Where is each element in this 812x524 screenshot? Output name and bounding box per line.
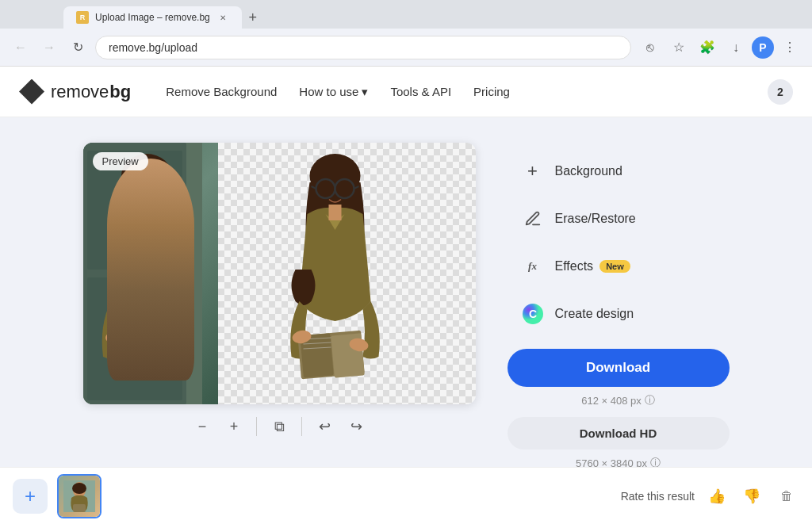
rate-section: Rate this result 👍 👎 🗑 bbox=[621, 484, 799, 509]
svg-text:C: C bbox=[528, 308, 536, 320]
sidebar-item-create-design[interactable]: C Create design bbox=[508, 292, 730, 336]
site-nav: Remove Background How to use ▾ Tools & A… bbox=[156, 78, 742, 105]
delete-button[interactable]: 🗑 bbox=[774, 484, 799, 509]
svg-rect-11 bbox=[109, 331, 175, 380]
tab-title: Upload Image – remove.bg bbox=[95, 12, 210, 23]
editor-toolbar: − + ⧉ ↩ ↪ bbox=[190, 414, 369, 439]
nav-how-to-use[interactable]: How to use ▾ bbox=[289, 78, 377, 105]
download-button[interactable]: Download bbox=[508, 349, 730, 387]
tab-favicon: R bbox=[76, 11, 89, 24]
tab-close-button[interactable]: ✕ bbox=[216, 11, 229, 24]
image-original bbox=[83, 143, 218, 404]
svg-rect-32 bbox=[328, 205, 341, 220]
new-badge: New bbox=[599, 260, 630, 273]
editor-container: Preview bbox=[83, 143, 476, 439]
address-input[interactable] bbox=[95, 36, 631, 59]
image-transparent bbox=[218, 143, 476, 404]
svg-rect-38 bbox=[73, 504, 86, 512]
svg-point-15 bbox=[159, 337, 180, 353]
background-add-icon: + bbox=[520, 159, 546, 184]
logo[interactable]: remove bg bbox=[19, 79, 131, 105]
chevron-down-icon: ▾ bbox=[362, 85, 368, 99]
redo-button[interactable]: ↪ bbox=[343, 414, 369, 439]
sidebar-item-effects[interactable]: fx Effects New bbox=[508, 244, 730, 289]
zoom-in-button[interactable]: + bbox=[221, 414, 247, 439]
back-button[interactable]: ← bbox=[10, 36, 32, 59]
svg-point-37 bbox=[72, 483, 86, 494]
sidebar-label-erase-restore: Erase/Restore bbox=[555, 212, 636, 226]
new-tab-button[interactable]: + bbox=[242, 6, 264, 29]
forward-button[interactable]: → bbox=[38, 36, 60, 59]
original-image-svg bbox=[83, 143, 218, 404]
logo-text: remove bg bbox=[51, 82, 131, 102]
sidebar: + Background Erase/Restore fx Effects bbox=[508, 143, 730, 470]
removed-bg-svg bbox=[218, 143, 476, 404]
sidebar-item-background[interactable]: + Background bbox=[508, 149, 730, 193]
site-header: remove bg Remove Background How to use ▾… bbox=[0, 67, 812, 117]
svg-point-6 bbox=[128, 179, 147, 198]
logo-bg: bg bbox=[109, 82, 131, 102]
logo-icon bbox=[19, 79, 44, 105]
address-bar: ← → ↻ ⎋ ☆ 🧩 ↓ P ⋮ bbox=[0, 29, 812, 67]
svg-line-10 bbox=[166, 186, 170, 189]
compare-controls: ⧉ bbox=[266, 414, 292, 439]
page-content: remove bg Remove Background How to use ▾… bbox=[0, 67, 812, 524]
download-info: 612 × 408 px ⓘ bbox=[508, 393, 730, 407]
sidebar-label-background: Background bbox=[555, 164, 622, 178]
nav-remove-background[interactable]: Remove Background bbox=[156, 78, 286, 105]
nav-counter: 2 bbox=[768, 79, 793, 105]
thumbs-down-button[interactable]: 👎 bbox=[739, 484, 764, 509]
svg-point-14 bbox=[104, 329, 124, 345]
menu-icon[interactable]: ⋮ bbox=[777, 35, 802, 60]
effects-icon: fx bbox=[520, 254, 546, 279]
sidebar-label-effects: Effects New bbox=[555, 259, 630, 273]
erase-restore-icon bbox=[520, 206, 546, 231]
extensions-icon[interactable]: 🧩 bbox=[695, 35, 720, 60]
download-hd-button[interactable]: Download HD bbox=[508, 417, 730, 449]
sidebar-item-erase-restore[interactable]: Erase/Restore bbox=[508, 197, 730, 241]
preview-badge: Preview bbox=[93, 152, 148, 170]
svg-rect-13 bbox=[142, 333, 175, 377]
toolbar-separator bbox=[256, 417, 257, 436]
nav-tools-api[interactable]: Tools & API bbox=[381, 78, 461, 105]
create-design-icon: C bbox=[520, 301, 546, 327]
sidebar-label-create-design: Create design bbox=[555, 307, 634, 321]
compare-button[interactable]: ⧉ bbox=[266, 414, 292, 439]
info-icon: ⓘ bbox=[645, 393, 655, 407]
svg-point-7 bbox=[147, 179, 166, 198]
history-controls: ↩ ↪ bbox=[312, 414, 369, 439]
undo-button[interactable]: ↩ bbox=[312, 414, 337, 439]
browser-toolbar-icons: ⎋ ☆ 🧩 ↓ P ⋮ bbox=[638, 35, 802, 60]
download-icon[interactable]: ↓ bbox=[723, 35, 749, 60]
image-split bbox=[83, 143, 476, 404]
active-tab[interactable]: R Upload Image – remove.bg ✕ bbox=[63, 6, 242, 29]
svg-line-9 bbox=[123, 186, 128, 189]
profile-icon[interactable]: P bbox=[752, 36, 774, 59]
svg-rect-16 bbox=[140, 205, 153, 220]
rate-label: Rate this result bbox=[621, 490, 695, 503]
thumbs-up-button[interactable]: 👍 bbox=[704, 484, 730, 509]
toolbar-separator-2 bbox=[301, 417, 302, 436]
image-thumbnail[interactable] bbox=[57, 474, 102, 518]
reload-button[interactable]: ↻ bbox=[67, 36, 89, 59]
screen-cast-icon[interactable]: ⎋ bbox=[638, 35, 663, 60]
image-canvas: Preview bbox=[83, 143, 476, 404]
svg-rect-3 bbox=[87, 277, 182, 400]
zoom-controls: − + bbox=[190, 414, 247, 439]
logo-remove: remove bbox=[51, 82, 109, 102]
star-icon[interactable]: ☆ bbox=[666, 35, 691, 60]
main-area: Preview bbox=[0, 117, 812, 524]
thumbnail-inner bbox=[59, 476, 100, 517]
zoom-out-button[interactable]: − bbox=[190, 414, 215, 439]
tab-bar: R Upload Image – remove.bg ✕ + bbox=[0, 0, 812, 29]
add-image-button[interactable]: + bbox=[13, 479, 48, 514]
bottom-bar: + Rate this result 👍 👎 🗑 bbox=[0, 467, 812, 524]
nav-pricing[interactable]: Pricing bbox=[464, 78, 519, 105]
svg-rect-12 bbox=[111, 333, 144, 377]
